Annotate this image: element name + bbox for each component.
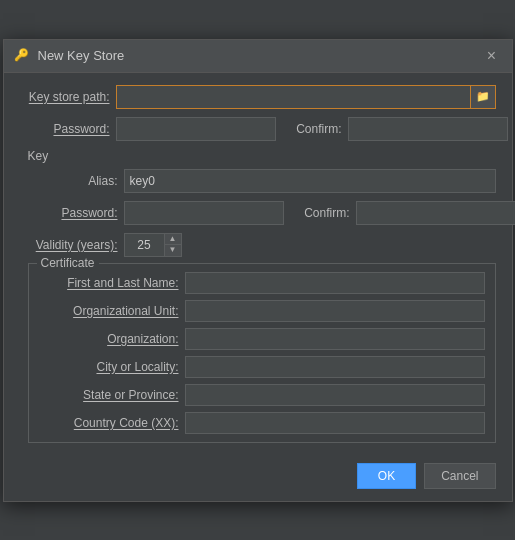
- city-row: City or Locality:: [39, 356, 485, 378]
- password-label: Password:: [20, 122, 110, 136]
- city-input[interactable]: [185, 356, 485, 378]
- key-password-row: Password: Confirm:: [28, 201, 496, 225]
- folder-icon: 📁: [476, 90, 490, 103]
- browse-button[interactable]: 📁: [470, 85, 496, 109]
- validity-row: Validity (years): ▲ ▼: [28, 233, 496, 257]
- validity-spinner: ▲ ▼: [124, 233, 182, 257]
- confirm-label: Confirm:: [282, 122, 342, 136]
- state-label: State or Province:: [39, 388, 179, 402]
- certificate-legend: Certificate: [37, 256, 99, 270]
- password-input[interactable]: [116, 117, 276, 141]
- key-confirm-input[interactable]: [356, 201, 516, 225]
- first-last-label: First and Last Name:: [39, 276, 179, 290]
- title-bar: 🔑 New Key Store ×: [4, 40, 512, 73]
- org-unit-input[interactable]: [185, 300, 485, 322]
- first-last-input[interactable]: [185, 272, 485, 294]
- cancel-button[interactable]: Cancel: [424, 463, 495, 489]
- country-row: Country Code (XX):: [39, 412, 485, 434]
- spinner-down-button[interactable]: ▼: [165, 245, 181, 256]
- new-key-store-dialog: 🔑 New Key Store × Key store path: 📁 Pass…: [3, 39, 513, 502]
- state-input[interactable]: [185, 384, 485, 406]
- org-row: Organization:: [39, 328, 485, 350]
- close-button[interactable]: ×: [482, 46, 502, 66]
- validity-label: Validity (years):: [28, 238, 118, 252]
- spinner-buttons: ▲ ▼: [164, 233, 182, 257]
- key-section: Key Alias: Password: Confirm: Validity (…: [20, 149, 496, 443]
- key-store-path-label: Key store path:: [20, 90, 110, 104]
- validity-input[interactable]: [124, 233, 164, 257]
- ok-button[interactable]: OK: [357, 463, 416, 489]
- dialog-title: New Key Store: [38, 48, 474, 63]
- org-unit-label: Organizational Unit:: [39, 304, 179, 318]
- key-store-path-row: Key store path: 📁: [20, 85, 496, 109]
- dialog-content: Key store path: 📁 Password: Confirm: Key…: [4, 73, 512, 453]
- alias-input[interactable]: [124, 169, 496, 193]
- alias-label: Alias:: [28, 174, 118, 188]
- org-label: Organization:: [39, 332, 179, 346]
- key-store-path-input-group: 📁: [116, 85, 496, 109]
- certificate-group: Certificate First and Last Name: Organiz…: [28, 263, 496, 443]
- alias-row: Alias:: [28, 169, 496, 193]
- first-last-row: First and Last Name:: [39, 272, 485, 294]
- password-row: Password: Confirm:: [20, 117, 496, 141]
- state-row: State or Province:: [39, 384, 485, 406]
- dialog-buttons: OK Cancel: [4, 453, 512, 501]
- dialog-icon: 🔑: [14, 48, 30, 64]
- country-input[interactable]: [185, 412, 485, 434]
- key-store-path-input[interactable]: [116, 85, 470, 109]
- city-label: City or Locality:: [39, 360, 179, 374]
- country-label: Country Code (XX):: [39, 416, 179, 430]
- confirm-password-input[interactable]: [348, 117, 508, 141]
- org-input[interactable]: [185, 328, 485, 350]
- org-unit-row: Organizational Unit:: [39, 300, 485, 322]
- key-password-label: Password:: [28, 206, 118, 220]
- key-section-label: Key: [28, 149, 496, 163]
- key-confirm-label: Confirm:: [290, 206, 350, 220]
- spinner-up-button[interactable]: ▲: [165, 234, 181, 245]
- key-password-input[interactable]: [124, 201, 284, 225]
